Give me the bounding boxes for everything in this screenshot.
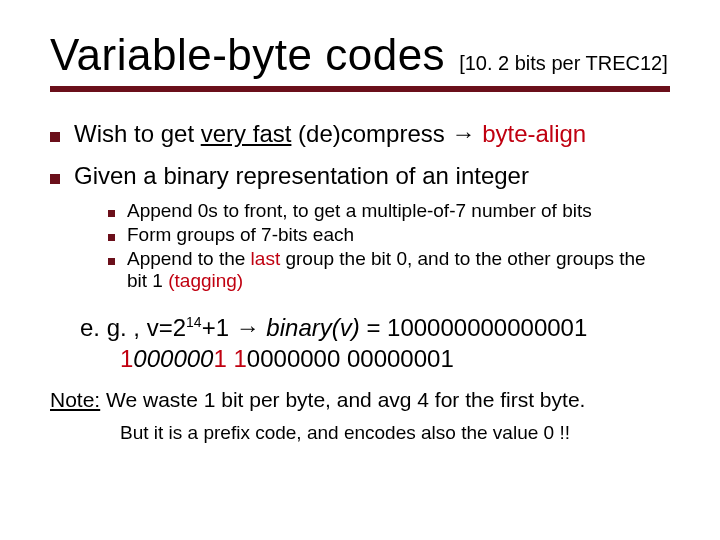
bullet-2-text: Given a binary representation of an inte… — [74, 162, 529, 190]
text-fragment: Append to the — [127, 248, 251, 269]
text-underline: very fast — [201, 120, 292, 147]
note-line: Note: We waste 1 bit per byte, and avg 4… — [50, 388, 670, 412]
subbullet-3: Append to the last group the bit 0, and … — [108, 248, 670, 292]
slide-title: Variable-byte codes — [50, 30, 445, 80]
example-line-2: 10000001 10000000 00000001 — [120, 343, 454, 374]
text-red: 1 — [233, 345, 246, 372]
square-bullet-icon — [108, 234, 115, 241]
text-red: 1 — [120, 345, 133, 372]
subbullet-2: Form groups of 7-bits each — [108, 224, 670, 246]
note-label: Note: — [50, 388, 100, 411]
text-red: last — [251, 248, 281, 269]
slide: Variable-byte codes [10. 2 bits per TREC… — [0, 0, 720, 540]
text-fragment: Wish to get — [74, 120, 201, 147]
example-line-1: e. g. , v=214+1 → binary(v) = 1000000000… — [80, 312, 670, 374]
bullet-1-text: Wish to get very fast (de)compress → byt… — [74, 120, 586, 148]
text-fragment: 00000001 — [347, 345, 454, 372]
text-red: byte-align — [475, 120, 586, 147]
note-text: We waste 1 bit per byte, and avg 4 for t… — [100, 388, 585, 411]
text-fragment: +1 — [202, 314, 236, 341]
text-fragment: e. g. , v=2 — [80, 314, 186, 341]
superscript: 14 — [186, 314, 202, 330]
text-fragment: = 100000000000001 — [360, 314, 588, 341]
text-italic: 000000 — [133, 345, 213, 372]
text-italic: binary(v) — [260, 314, 360, 341]
note-line-2: But it is a prefix code, and encodes als… — [120, 422, 670, 444]
title-rule — [50, 86, 670, 92]
bullet-1: Wish to get very fast (de)compress → byt… — [50, 120, 670, 148]
title-row: Variable-byte codes [10. 2 bits per TREC… — [50, 30, 670, 80]
text-fragment: 0000000 — [247, 345, 340, 372]
square-bullet-icon — [50, 174, 60, 184]
arrow-icon: → — [451, 120, 475, 147]
subbullet-3-text: Append to the last group the bit 0, and … — [127, 248, 670, 292]
text-fragment: (de)compress — [291, 120, 451, 147]
text-red: 1 — [213, 345, 226, 372]
text-red: (tagging) — [168, 270, 243, 291]
title-annotation: [10. 2 bits per TREC12] — [459, 52, 668, 75]
square-bullet-icon — [50, 132, 60, 142]
text-fragment — [340, 345, 347, 372]
subbullet-1-text: Append 0s to front, to get a multiple-of… — [127, 200, 592, 222]
arrow-icon: → — [236, 314, 260, 341]
square-bullet-icon — [108, 210, 115, 217]
subbullet-2-text: Form groups of 7-bits each — [127, 224, 354, 246]
square-bullet-icon — [108, 258, 115, 265]
subbullet-1: Append 0s to front, to get a multiple-of… — [108, 200, 670, 222]
subbullet-list: Append 0s to front, to get a multiple-of… — [108, 200, 670, 292]
bullet-2: Given a binary representation of an inte… — [50, 162, 670, 190]
